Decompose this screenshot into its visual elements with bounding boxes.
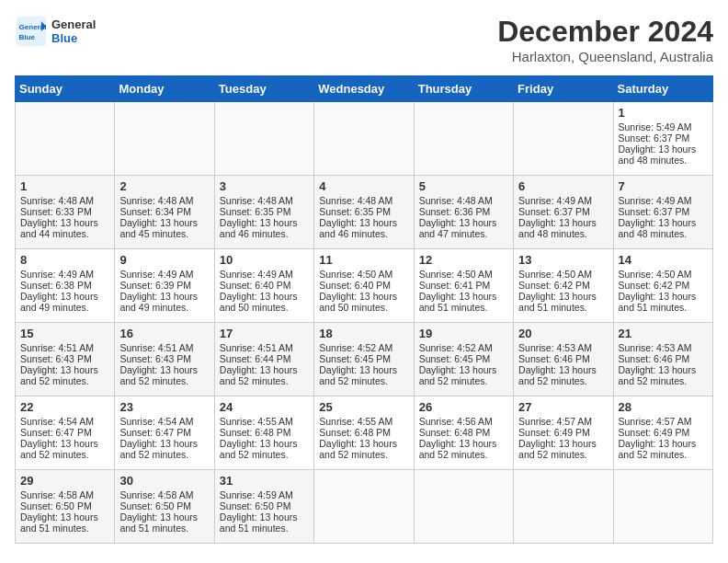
day-number: 1 — [20, 179, 109, 193]
sunrise-text: Sunrise: 4:49 AM — [20, 269, 94, 280]
day-cell: 15Sunrise: 4:51 AMSunset: 6:43 PMDayligh… — [16, 323, 115, 396]
sunset-text: Sunset: 6:47 PM — [20, 427, 92, 438]
header-row: SundayMondayTuesdayWednesdayThursdayFrid… — [16, 76, 713, 102]
daylight-text: Daylight: 13 hours and 51 minutes. — [119, 511, 198, 534]
header-cell-wednesday: Wednesday — [314, 76, 414, 102]
daylight-text: Daylight: 13 hours and 44 minutes. — [20, 217, 98, 239]
day-number: 12 — [419, 253, 508, 267]
sunset-text: Sunset: 6:37 PM — [619, 132, 690, 144]
day-number: 4 — [319, 179, 408, 193]
sunrise-text: Sunrise: 4:59 AM — [220, 489, 293, 500]
sunset-text: Sunset: 6:43 PM — [119, 353, 191, 364]
location-title: Harlaxton, Queensland, Australia — [497, 49, 713, 64]
day-number: 26 — [419, 400, 508, 414]
day-number: 30 — [119, 474, 209, 488]
daylight-text: Daylight: 13 hours and 51 minutes. — [220, 511, 298, 534]
day-cell: 22Sunrise: 4:54 AMSunset: 6:47 PMDayligh… — [16, 396, 115, 470]
week-row-3: 8Sunrise: 4:49 AMSunset: 6:38 PMDaylight… — [16, 249, 713, 323]
day-cell: 11Sunrise: 4:50 AMSunset: 6:40 PMDayligh… — [314, 249, 414, 323]
daylight-text: Daylight: 13 hours and 52 minutes. — [319, 438, 397, 460]
header: General Blue General Blue December 2024 … — [15, 15, 713, 64]
daylight-text: Daylight: 13 hours and 52 minutes. — [419, 364, 497, 386]
sunrise-text: Sunrise: 4:48 AM — [119, 195, 193, 206]
sunrise-text: Sunrise: 4:52 AM — [319, 342, 392, 353]
daylight-text: Daylight: 13 hours and 51 minutes. — [20, 511, 98, 534]
day-cell: 10Sunrise: 4:49 AMSunset: 6:40 PMDayligh… — [214, 249, 313, 323]
daylight-text: Daylight: 13 hours and 52 minutes. — [619, 364, 697, 386]
daylight-text: Daylight: 13 hours and 52 minutes. — [619, 438, 697, 460]
sunrise-text: Sunrise: 4:52 AM — [419, 342, 493, 353]
sunrise-text: Sunrise: 4:53 AM — [619, 342, 692, 353]
day-cell: 14Sunrise: 4:50 AMSunset: 6:42 PMDayligh… — [613, 249, 712, 323]
day-cell: 5Sunrise: 4:48 AMSunset: 6:36 PMDaylight… — [414, 176, 513, 249]
day-cell: 9Sunrise: 4:49 AMSunset: 6:39 PMDaylight… — [115, 249, 214, 323]
sunset-text: Sunset: 6:46 PM — [518, 353, 590, 364]
sunrise-text: Sunrise: 4:55 AM — [220, 416, 293, 427]
day-cell: 19Sunrise: 4:52 AMSunset: 6:45 PMDayligh… — [414, 323, 513, 396]
sunset-text: Sunset: 6:42 PM — [619, 280, 690, 291]
day-number: 15 — [20, 327, 109, 340]
day-cell: 28Sunrise: 4:57 AMSunset: 6:49 PMDayligh… — [613, 396, 712, 470]
day-number: 8 — [20, 253, 109, 267]
daylight-text: Daylight: 13 hours and 52 minutes. — [319, 364, 397, 386]
sunset-text: Sunset: 6:43 PM — [20, 353, 92, 364]
day-cell: 25Sunrise: 4:55 AMSunset: 6:48 PMDayligh… — [314, 396, 414, 470]
calendar-header: SundayMondayTuesdayWednesdayThursdayFrid… — [16, 76, 713, 102]
day-number: 7 — [619, 179, 708, 193]
daylight-text: Daylight: 13 hours and 52 minutes. — [220, 364, 298, 386]
day-cell: 29Sunrise: 4:58 AMSunset: 6:50 PMDayligh… — [16, 470, 115, 544]
sunset-text: Sunset: 6:46 PM — [619, 353, 690, 364]
sunrise-text: Sunrise: 4:57 AM — [619, 416, 692, 427]
sunset-text: Sunset: 6:49 PM — [518, 427, 590, 438]
sunrise-text: Sunrise: 4:49 AM — [619, 195, 692, 206]
sunset-text: Sunset: 6:48 PM — [319, 427, 391, 438]
day-number: 19 — [419, 327, 508, 340]
sunset-text: Sunset: 6:39 PM — [119, 280, 191, 291]
daylight-text: Daylight: 13 hours and 50 minutes. — [220, 291, 298, 313]
sunrise-text: Sunrise: 4:48 AM — [419, 195, 493, 206]
week-row-4: 15Sunrise: 4:51 AMSunset: 6:43 PMDayligh… — [16, 323, 713, 396]
day-cell: 30Sunrise: 4:58 AMSunset: 6:50 PMDayligh… — [115, 470, 214, 544]
header-cell-friday: Friday — [514, 76, 613, 102]
day-cell: 24Sunrise: 4:55 AMSunset: 6:48 PMDayligh… — [214, 396, 313, 470]
day-cell: 31Sunrise: 4:59 AMSunset: 6:50 PMDayligh… — [214, 470, 313, 544]
daylight-text: Daylight: 13 hours and 46 minutes. — [319, 217, 397, 239]
day-number: 11 — [319, 253, 408, 267]
day-cell: 6Sunrise: 4:49 AMSunset: 6:37 PMDaylight… — [514, 176, 613, 249]
title-block: December 2024 Harlaxton, Queensland, Aus… — [497, 15, 713, 64]
day-cell: 1Sunrise: 5:49 AMSunset: 6:37 PMDaylight… — [613, 102, 712, 176]
daylight-text: Daylight: 13 hours and 49 minutes. — [119, 291, 198, 313]
month-title: December 2024 — [497, 15, 713, 49]
sunrise-text: Sunrise: 4:48 AM — [220, 195, 293, 206]
sunrise-text: Sunrise: 4:56 AM — [419, 416, 493, 427]
sunrise-text: Sunrise: 5:49 AM — [619, 121, 692, 132]
day-cell: 26Sunrise: 4:56 AMSunset: 6:48 PMDayligh… — [414, 396, 513, 470]
day-number: 28 — [619, 400, 708, 414]
sunrise-text: Sunrise: 4:50 AM — [619, 269, 692, 280]
daylight-text: Daylight: 13 hours and 46 minutes. — [220, 217, 298, 239]
day-number: 1 — [619, 106, 708, 120]
sunset-text: Sunset: 6:35 PM — [319, 206, 391, 217]
day-number: 10 — [220, 253, 309, 267]
sunrise-text: Sunrise: 4:50 AM — [419, 269, 493, 280]
day-cell — [514, 102, 613, 176]
day-cell — [115, 102, 214, 176]
daylight-text: Daylight: 13 hours and 52 minutes. — [220, 438, 298, 460]
logo: General Blue General Blue — [15, 15, 96, 48]
day-cell — [314, 102, 414, 176]
day-cell: 16Sunrise: 4:51 AMSunset: 6:43 PMDayligh… — [115, 323, 214, 396]
daylight-text: Daylight: 13 hours and 48 minutes. — [619, 217, 697, 239]
daylight-text: Daylight: 13 hours and 48 minutes. — [518, 217, 597, 239]
calendar-body: 1Sunrise: 5:49 AMSunset: 6:37 PMDaylight… — [16, 102, 713, 544]
day-number: 17 — [220, 327, 309, 340]
sunset-text: Sunset: 6:50 PM — [220, 500, 291, 511]
sunset-text: Sunset: 6:38 PM — [20, 280, 92, 291]
day-number: 29 — [20, 474, 109, 488]
sunrise-text: Sunrise: 4:57 AM — [518, 416, 592, 427]
sunset-text: Sunset: 6:50 PM — [20, 500, 92, 511]
sunset-text: Sunset: 6:33 PM — [20, 206, 92, 217]
sunrise-text: Sunrise: 4:49 AM — [518, 195, 592, 206]
sunrise-text: Sunrise: 4:58 AM — [119, 489, 193, 500]
sunset-text: Sunset: 6:35 PM — [220, 206, 291, 217]
sunset-text: Sunset: 6:48 PM — [220, 427, 291, 438]
